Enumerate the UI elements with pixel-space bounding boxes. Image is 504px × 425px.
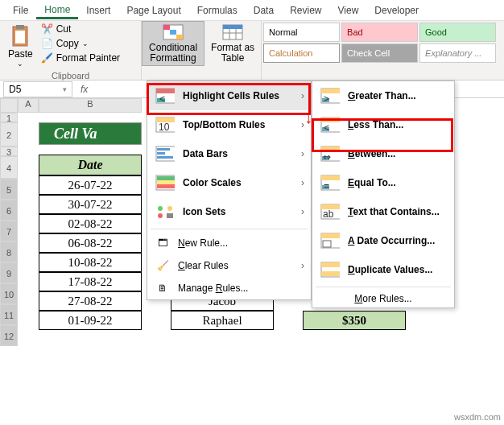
- style-calculation[interactable]: Calculation: [263, 43, 340, 63]
- cell-date[interactable]: 01-09-22: [39, 311, 142, 330]
- menu-label: Color Scales: [183, 177, 242, 188]
- row-9[interactable]: 9: [0, 262, 18, 283]
- text-contains-icon: ab: [320, 204, 340, 220]
- svg-text:⇔: ⇔: [323, 151, 331, 162]
- submenu-greater-than[interactable]: > Greater Than...: [312, 81, 454, 110]
- submenu-duplicate-values[interactable]: Duplicate Values...: [312, 255, 454, 284]
- row-10[interactable]: 10: [0, 283, 18, 304]
- svg-point-28: [167, 206, 172, 211]
- svg-rect-24: [157, 176, 175, 180]
- chevron-right-icon: ›: [301, 90, 304, 101]
- tab-insert[interactable]: Insert: [78, 2, 118, 19]
- tab-data[interactable]: Data: [246, 2, 282, 19]
- name-box[interactable]: D5 ▾: [3, 81, 72, 97]
- svg-rect-26: [157, 184, 175, 188]
- svg-rect-20: [157, 148, 170, 151]
- cell-date[interactable]: 27-08-22: [39, 291, 142, 311]
- select-all-triangle[interactable]: [0, 98, 18, 113]
- tab-review[interactable]: Review: [282, 2, 329, 19]
- tab-formulas[interactable]: Formulas: [189, 2, 246, 19]
- svg-rect-5: [170, 30, 176, 35]
- row-5[interactable]: 5: [0, 179, 18, 200]
- menu-label: More Rules...: [354, 293, 411, 304]
- cell-date[interactable]: 26-07-22: [39, 175, 142, 195]
- copy-icon: 📄: [41, 38, 53, 49]
- tab-developer[interactable]: Developer: [366, 2, 427, 19]
- row-12[interactable]: 12: [0, 325, 18, 346]
- chevron-down-icon: ⌄: [82, 39, 89, 47]
- menu-clear-rules[interactable]: 🧹 Clear Rules ›: [147, 254, 311, 277]
- cell-date[interactable]: 30-07-22: [39, 195, 142, 214]
- row-8[interactable]: 8: [0, 241, 18, 262]
- cell-date[interactable]: 06-08-22: [39, 233, 142, 253]
- conditional-formatting-icon: [162, 23, 184, 43]
- cell-amount[interactable]: $350: [303, 311, 406, 330]
- row-3[interactable]: 3: [0, 146, 18, 156]
- svg-rect-4: [163, 25, 170, 30]
- cell-date[interactable]: 10-08-22: [39, 253, 142, 272]
- menu-manage-rules[interactable]: 🗎 Manage Rules...: [147, 277, 311, 299]
- topbottom-icon: 10: [155, 117, 175, 133]
- row-7[interactable]: 7: [0, 221, 18, 241]
- col-b[interactable]: B: [39, 98, 142, 113]
- menu-color-scales[interactable]: Color Scales ›: [147, 168, 311, 197]
- style-check-cell[interactable]: Check Cell: [341, 43, 418, 63]
- svg-rect-25: [157, 180, 175, 184]
- cut-button[interactable]: ✂️ Cut: [39, 23, 122, 35]
- menu-icon-sets[interactable]: Icon Sets ›: [147, 197, 311, 226]
- fx-icon[interactable]: fx: [76, 84, 93, 95]
- cell-date[interactable]: 17-08-22: [39, 272, 142, 291]
- format-painter-button[interactable]: 🖌️ Format Painter: [39, 52, 122, 64]
- style-explanatory[interactable]: Explanatory ...: [419, 43, 496, 63]
- menu-new-rule[interactable]: 🗔 New Rule...: [147, 232, 311, 254]
- cell-styles-gallery[interactable]: Normal Bad Good Calculation Check Cell E…: [262, 21, 498, 80]
- style-good[interactable]: Good: [419, 23, 496, 42]
- chevron-right-icon: ›: [301, 177, 304, 188]
- menu-separator: [151, 229, 308, 229]
- ribbon-tabs: File Home Insert Page Layout Formulas Da…: [0, 0, 504, 21]
- tab-pagelayout[interactable]: Page Layout: [118, 2, 188, 19]
- tab-home[interactable]: Home: [36, 1, 78, 19]
- paste-button[interactable]: Paste ⌄: [5, 23, 36, 69]
- col-a[interactable]: A: [18, 98, 39, 113]
- row-6[interactable]: 6: [0, 200, 18, 221]
- submenu-text-contains[interactable]: ab Text that Contains...: [312, 197, 454, 226]
- svg-point-27: [158, 206, 163, 211]
- row-2[interactable]: 2: [0, 122, 18, 146]
- brush-icon: 🖌️: [41, 52, 53, 64]
- header-date[interactable]: Date: [39, 155, 142, 175]
- submenu-equal-to[interactable]: = Equal To...: [312, 168, 454, 197]
- chevron-down-icon[interactable]: ▾: [63, 85, 67, 93]
- row-11[interactable]: 11: [0, 304, 18, 325]
- submenu-between[interactable]: ⇔ Between...: [312, 139, 454, 168]
- tab-view[interactable]: View: [330, 2, 367, 19]
- conditional-formatting-menu: < Highlight Cells Rules › 10 Top/Bottom …: [147, 80, 312, 300]
- menu-label: Icon Sets: [183, 206, 225, 217]
- menu-label: New Rule...: [178, 237, 228, 249]
- svg-rect-1: [16, 25, 24, 29]
- menu-highlight-cells-rules[interactable]: < Highlight Cells Rules ›: [147, 81, 311, 110]
- submenu-more-rules[interactable]: More Rules...: [312, 290, 454, 307]
- menu-label: Top/Bottom Rules: [183, 119, 265, 130]
- row-1[interactable]: 1: [0, 113, 18, 122]
- submenu-date-occurring[interactable]: A Date Occurring...: [312, 226, 454, 255]
- conditional-formatting-button[interactable]: Conditional Formatting: [142, 21, 204, 66]
- svg-text:=: =: [324, 180, 329, 191]
- copy-button[interactable]: 📄 Copy ⌄: [39, 37, 122, 50]
- menu-top-bottom-rules[interactable]: 10 Top/Bottom Rules ›: [147, 110, 311, 139]
- cell-name[interactable]: Raphael: [171, 311, 274, 330]
- svg-text:>: >: [324, 93, 329, 104]
- menu-label: Data Bars: [183, 148, 228, 159]
- menu-data-bars[interactable]: Data Bars ›: [147, 139, 311, 168]
- row-4[interactable]: 4: [0, 156, 18, 179]
- svg-rect-21: [157, 152, 165, 155]
- svg-rect-55: [321, 271, 340, 276]
- style-bad[interactable]: Bad: [341, 23, 418, 42]
- chevron-right-icon: ›: [301, 206, 304, 217]
- between-icon: ⇔: [320, 146, 340, 162]
- tab-file[interactable]: File: [5, 2, 36, 19]
- style-normal[interactable]: Normal: [263, 23, 340, 42]
- submenu-less-than[interactable]: < Less Than...: [312, 110, 454, 139]
- format-as-table-button[interactable]: Format as Table: [204, 21, 261, 66]
- cell-date[interactable]: 02-08-22: [39, 214, 142, 233]
